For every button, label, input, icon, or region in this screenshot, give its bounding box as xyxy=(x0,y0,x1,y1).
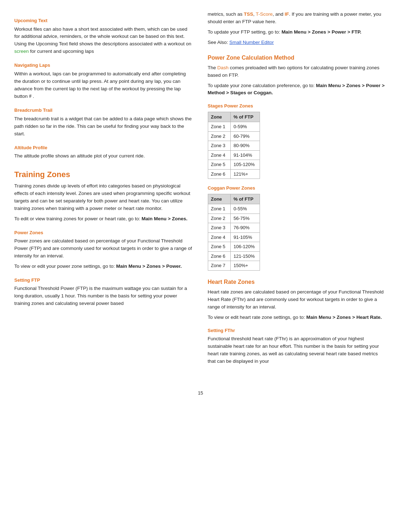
training-zones-body: Training zones divide up levels of effor… xyxy=(14,182,194,212)
table-row: Zone 376-90% xyxy=(208,223,260,233)
training-zones-nav: Main Menu > Zones. xyxy=(141,216,187,221)
coggan-col-zone: Zone xyxy=(208,194,230,204)
small-number-editor-link[interactable]: Small Number Editor xyxy=(229,40,274,45)
power-zones-body: Power zones are calculated based on perc… xyxy=(14,237,194,260)
table-row: Zone 5106-120% xyxy=(208,242,260,252)
dash-highlight: Dash xyxy=(217,65,229,70)
left-column: Upcoming Text Workout files can also hav… xyxy=(14,11,194,368)
right-ftp-update: To update your FTP setting, go to: Main … xyxy=(208,29,387,36)
table-row: Zone 491-104% xyxy=(208,150,260,160)
coggan-col-ftp: % of FTP xyxy=(230,194,260,204)
power-zone-calc-heading: Power Zone Calculation Method xyxy=(208,54,387,62)
right-see-also: See Also: Small Number Editor xyxy=(208,39,387,46)
setting-fthr-heading: Setting FThr xyxy=(208,327,387,334)
page-container: Upcoming Text Workout files can also hav… xyxy=(0,0,401,382)
training-zones-body2: To edit or view training zones for power… xyxy=(14,215,194,223)
table-row: Zone 5105-120% xyxy=(208,160,260,170)
table-row: Zone 256-75% xyxy=(208,214,260,223)
setting-ftp-body: Functional Threshold Power (FTP) is the … xyxy=(14,285,194,307)
training-zones-heading: Training Zones xyxy=(14,169,194,180)
tscore-highlight: T-Score xyxy=(256,11,272,17)
power-zone-calc-body2: To update your zone calculation preferen… xyxy=(208,82,387,97)
setting-ftp-heading: Setting FTP xyxy=(14,277,194,284)
altitude-profile-body: The altitude profile shows an altitude p… xyxy=(14,152,194,160)
right-top-body1: metrics, such as TSS, T-Score, and IF. I… xyxy=(208,11,387,26)
power-zone-calc-body: The Dash comes preloaded with two option… xyxy=(208,64,387,79)
upcoming-text-body: Workout files can also have a short text… xyxy=(14,26,194,56)
stages-col-zone: Zone xyxy=(208,112,230,122)
table-row: Zone 491-105% xyxy=(208,232,260,242)
lap-icon: # xyxy=(29,94,33,99)
ftp-nav: Main Menu > Zones > Power > FTP. xyxy=(281,29,361,35)
zone-calc-nav: Main Menu > Zones > Power > Method > Sta… xyxy=(208,83,385,96)
coggan-power-zones-heading: Coggan Power Zones xyxy=(208,185,387,192)
tss-highlight: TSS xyxy=(244,11,253,17)
table-row: Zone 10-55% xyxy=(208,204,260,214)
power-zones-nav: Main Menu > Zones > Power. xyxy=(116,264,182,269)
heart-rate-zones-body2: To view or edit heart rate zone settings… xyxy=(208,314,387,321)
table-row: Zone 380-90% xyxy=(208,141,260,151)
navigating-laps-body: Within a workout, laps can be programmed… xyxy=(14,70,194,101)
coggan-power-zones-table: Zone % of FTP Zone 10-55%Zone 256-75%Zon… xyxy=(208,194,260,271)
upcoming-text-heading: Upcoming Text xyxy=(14,17,194,24)
table-row: Zone 6121%+ xyxy=(208,169,260,179)
table-row: Zone 6121-150% xyxy=(208,251,260,261)
stages-power-zones-table: Zone % of FTP Zone 10-59%Zone 260-79%Zon… xyxy=(208,112,260,179)
power-zones-heading: Power Zones xyxy=(14,229,194,236)
setting-fthr-body: Functional threshold heart rate (FThr) i… xyxy=(208,335,387,365)
heart-rate-zones-body: Heart rate zones are calculated based on… xyxy=(208,288,387,311)
power-zones-body2: To view or edit your power zone settings… xyxy=(14,263,194,270)
breadcrumb-trail-body: The breadcrumb trail is a widget that ca… xyxy=(14,115,194,138)
right-column: metrics, such as TSS, T-Score, and IF. I… xyxy=(208,11,387,368)
stages-col-ftp: % of FTP xyxy=(230,112,260,122)
stages-power-zones-heading: Stages Power Zones xyxy=(208,102,387,110)
table-row: Zone 10-59% xyxy=(208,122,260,132)
table-row: Zone 260-79% xyxy=(208,131,260,141)
page-number: 15 xyxy=(0,390,401,400)
breadcrumb-trail-heading: Breadcrumb Trail xyxy=(14,107,194,114)
if-highlight: IF xyxy=(285,11,289,17)
hr-zones-nav: Main Menu > Zones > Heart Rate. xyxy=(306,315,382,320)
table-row: Zone 7150%+ xyxy=(208,261,260,271)
altitude-profile-heading: Altitude Profile xyxy=(14,144,194,151)
screen-highlight: screen xyxy=(14,49,29,54)
navigating-laps-heading: Navigating Laps xyxy=(14,62,194,69)
heart-rate-zones-heading: Heart Rate Zones xyxy=(208,278,387,286)
